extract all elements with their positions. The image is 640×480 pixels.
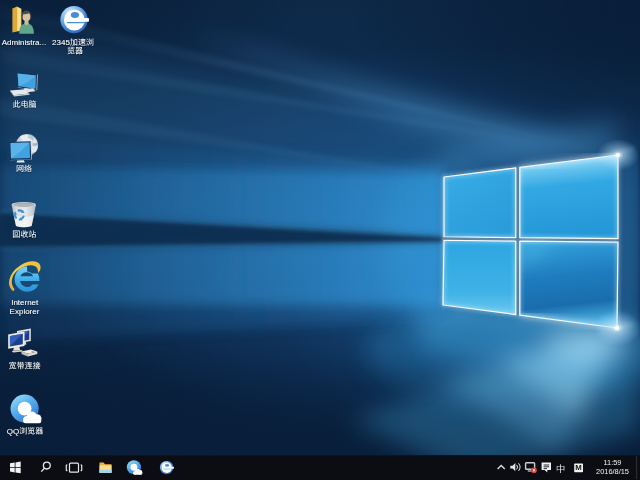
svg-text:Internet: Internet — [11, 298, 39, 307]
svg-text:M: M — [575, 463, 582, 472]
svg-text:2345: 2345 — [52, 38, 70, 47]
svg-text:Explorer: Explorer — [10, 307, 40, 316]
svg-text:2016/8/15: 2016/8/15 — [596, 467, 629, 476]
svg-text:11:59: 11:59 — [604, 458, 622, 467]
svg-text:Administra...: Administra... — [2, 38, 46, 47]
svg-text:QQ: QQ — [7, 427, 19, 436]
